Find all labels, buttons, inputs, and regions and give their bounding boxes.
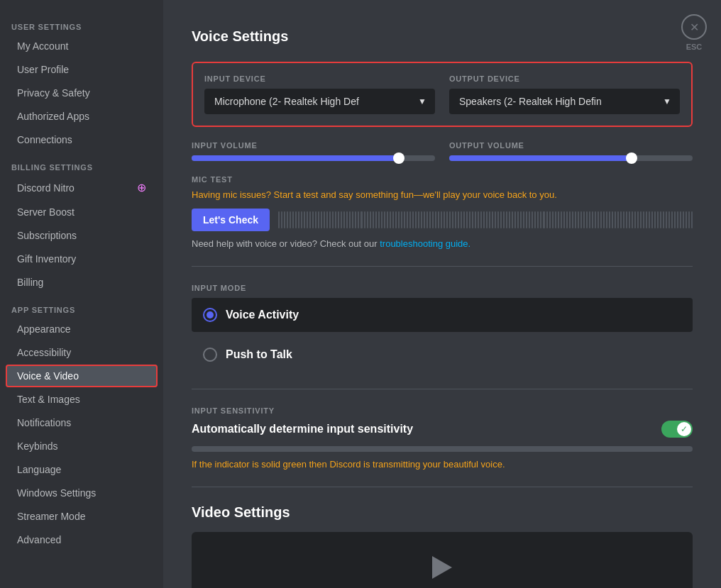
mic-bar <box>632 211 633 228</box>
sensitivity-note: If the indicator is solid green then Dis… <box>192 459 693 470</box>
output-device-select[interactable]: Speakers (2- Realtek High Defin <box>449 89 680 114</box>
divider <box>192 266 693 267</box>
mic-bar <box>578 211 579 228</box>
voice-activity-label: Voice Activity <box>226 309 299 321</box>
mic-bar <box>455 211 456 228</box>
mic-bars <box>278 211 693 228</box>
input-device-select[interactable]: Microphone (2- Realtek High Def <box>204 89 435 114</box>
mic-bar <box>543 211 544 228</box>
mic-bar <box>463 211 465 228</box>
sidebar-item-advanced[interactable]: Advanced <box>6 528 158 551</box>
mic-bar <box>674 211 676 228</box>
mic-bar <box>500 211 502 228</box>
mic-bar <box>555 211 556 228</box>
mic-bar <box>612 211 613 228</box>
mic-bar <box>506 211 507 228</box>
input-sensitivity-label: INPUT SENSITIVITY <box>192 406 693 415</box>
mic-bar <box>603 211 605 228</box>
mic-bar <box>360 211 362 228</box>
mic-bar <box>680 211 681 228</box>
input-volume-track[interactable] <box>192 155 435 161</box>
sidebar-item-text-images[interactable]: Text & Images <box>6 388 158 411</box>
sidebar-item-label: Authorized Apps <box>17 111 89 122</box>
main-content: ✕ ESC Voice Settings INPUT DEVICE Microp… <box>163 0 721 588</box>
mic-bar <box>668 211 670 228</box>
mic-bar <box>623 211 624 228</box>
mic-bar <box>449 211 451 228</box>
mic-bar <box>444 211 445 228</box>
push-to-talk-option[interactable]: Push to Talk <box>192 338 693 372</box>
output-volume-track[interactable] <box>449 155 693 161</box>
sensitivity-bar[interactable] <box>192 446 693 452</box>
mic-bar <box>640 211 642 228</box>
input-device-col: INPUT DEVICE Microphone (2- Realtek High… <box>204 74 435 114</box>
mic-bar <box>534 211 536 228</box>
sidebar-item-connections[interactable]: Connections <box>6 128 158 151</box>
sidebar-item-accessibility[interactable]: Accessibility <box>6 341 158 364</box>
sidebar-item-streamer-mode[interactable]: Streamer Mode <box>6 505 158 528</box>
mic-bar <box>292 211 294 228</box>
mic-bar <box>572 211 573 228</box>
mic-bar <box>598 211 599 228</box>
mic-test-row: Let's Check <box>192 209 693 231</box>
mic-bar <box>561 211 562 228</box>
mic-bar <box>526 211 527 228</box>
video-preview <box>192 532 693 588</box>
mic-bar <box>295 211 297 228</box>
mic-bar <box>589 211 590 228</box>
sidebar-item-subscriptions[interactable]: Subscriptions <box>6 224 158 247</box>
input-mode-label: INPUT MODE <box>192 284 693 292</box>
sidebar-item-discord-nitro[interactable]: Discord Nitro ⊕ <box>6 175 158 200</box>
input-volume-thumb[interactable] <box>393 152 404 164</box>
sidebar-item-my-account[interactable]: My Account <box>6 35 158 57</box>
sidebar-item-label: Advanced <box>17 534 61 545</box>
mic-bar <box>341 211 342 228</box>
sidebar-item-keybinds[interactable]: Keybinds <box>6 435 158 457</box>
sidebar-item-voice-video[interactable]: Voice & Video <box>6 365 158 387</box>
push-to-talk-radio[interactable] <box>203 348 217 362</box>
mic-bar <box>537 211 539 228</box>
voice-activity-radio[interactable] <box>203 308 217 322</box>
esc-button[interactable]: ✕ ESC <box>681 14 707 51</box>
mic-bar <box>606 211 607 228</box>
sidebar-item-billing[interactable]: Billing <box>6 271 158 294</box>
output-volume-fill <box>449 155 632 161</box>
sidebar-item-notifications[interactable]: Notifications <box>6 411 158 434</box>
sidebar-item-server-boost[interactable]: Server Boost <box>6 201 158 223</box>
sidebar-item-language[interactable]: Language <box>6 458 158 481</box>
mic-bar <box>480 211 482 228</box>
sensitivity-row: Automatically determine input sensitivit… <box>192 421 693 438</box>
mic-bar <box>649 211 650 228</box>
mic-bar <box>643 211 644 228</box>
close-icon[interactable]: ✕ <box>681 14 707 40</box>
sidebar-item-privacy-safety[interactable]: Privacy & Safety <box>6 82 158 104</box>
mic-bar <box>287 211 288 228</box>
mic-bar <box>469 211 470 228</box>
auto-sensitivity-toggle[interactable]: ✓ <box>661 421 693 438</box>
mic-bar <box>595 211 596 228</box>
sidebar-item-gift-inventory[interactable]: Gift Inventory <box>6 248 158 270</box>
sidebar-item-appearance[interactable]: Appearance <box>6 318 158 340</box>
user-settings-header: USER SETTINGS <box>0 11 163 34</box>
sidebar-item-label: Language <box>17 464 61 475</box>
output-volume-thumb[interactable] <box>626 152 637 164</box>
mic-bar <box>575 211 576 228</box>
mic-bar <box>520 211 522 228</box>
troubleshooting-link[interactable]: troubleshooting guide. <box>380 238 470 249</box>
mic-bar <box>646 211 647 228</box>
mic-bar <box>492 211 493 228</box>
toggle-knob: ✓ <box>677 422 691 436</box>
output-volume-label: OUTPUT VOLUME <box>449 141 693 150</box>
mic-bar <box>415 211 417 228</box>
voice-activity-option[interactable]: Voice Activity <box>192 298 693 332</box>
mic-test-desc: Having mic issues? Start a test and say … <box>192 189 693 200</box>
mic-bar <box>373 211 374 228</box>
sidebar-item-windows-settings[interactable]: Windows Settings <box>6 482 158 504</box>
esc-label: ESC <box>686 43 703 51</box>
mic-bar <box>324 211 325 228</box>
lets-check-button[interactable]: Let's Check <box>192 209 270 231</box>
sidebar-item-user-profile[interactable]: User Profile <box>6 58 158 81</box>
mic-bar <box>318 211 319 228</box>
mic-bar <box>509 211 510 228</box>
sidebar-item-authorized-apps[interactable]: Authorized Apps <box>6 105 158 128</box>
